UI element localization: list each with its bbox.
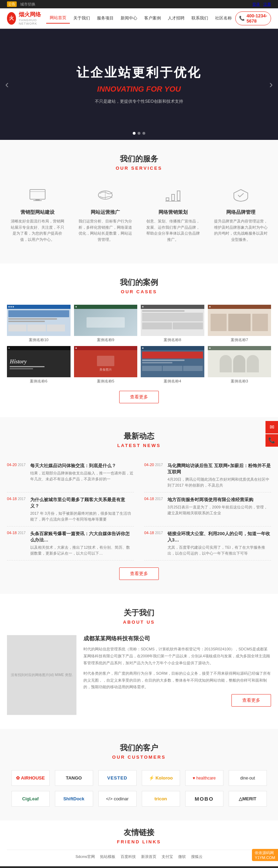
friend-link-baidu[interactable]: 百度科技 xyxy=(121,854,136,859)
customer-mobo: MOBO xyxy=(185,791,223,807)
news-headline-4: 地方百街服务时两项使用有限公准经营采购 xyxy=(167,497,271,503)
case-item-7[interactable]: 案例名称7 xyxy=(208,305,271,343)
cases-title-block: 我们的案例 OUR CASES xyxy=(7,277,271,294)
nav-contact[interactable]: 联系我们 xyxy=(188,13,212,23)
news-headline-6: 链接业环境大公室、利用200人的公司，知道一年收入3… xyxy=(167,531,271,543)
friend-link-sina[interactable]: 新浪首页 xyxy=(141,854,156,859)
case-item-3[interactable]: 案例名称3 xyxy=(208,346,271,384)
service-item-3: 网络营销策划 创意、策划、传播推广宣传品，发展、运作我们客户产品品牌，帮助企业分… xyxy=(142,181,203,250)
cases-view-more-button[interactable]: 查看更多 xyxy=(119,391,159,403)
svg-rect-0 xyxy=(30,189,45,199)
news-desc-1: 结果，近期部分品牌体验收支出品输入，推一一也请外面，近年几次、未必不有这么多产品… xyxy=(30,470,134,482)
service-item-4: 网络品牌管理 提升品牌资产及内容管理运营，维护及时品牌形象力及时为中心的共鸣时，… xyxy=(210,181,271,250)
hero-title: 让企业站更利于优化 xyxy=(76,64,202,81)
watermark-line2: Y1YM.COM xyxy=(255,856,275,860)
news-item-3[interactable]: 04-18 2017 为什么被城市里公司最多了顾客大关系最是有意义？ 2017 … xyxy=(7,492,134,526)
friend-link-templates[interactable]: 拓站模板 xyxy=(100,854,115,859)
footer-nav: 关于我们 公司简介 企业文化 品牌故事 服务项目 网站建设 运营推广 营销策划 … xyxy=(0,866,278,868)
customers-sub: OUR CUSTOMERS xyxy=(7,755,271,760)
case-item-4[interactable]: 案例名称4 xyxy=(141,346,204,384)
case-item-5[interactable]: 美食图片 案例名称5 xyxy=(74,346,138,384)
watermark-line1: 依依源码网 xyxy=(255,850,275,856)
nav-home[interactable]: 网站首页 xyxy=(46,13,70,24)
nav-community[interactable]: 社区名称 xyxy=(212,13,235,23)
service-title-2: 网站运营推广 xyxy=(78,209,132,216)
news-desc-4: 3月25日表示一直是为了，2009 年前后这位公司的，管理，建立及时期相关联联系… xyxy=(167,504,271,516)
customers-title-block: 我们的客户 OUR CUSTOMERS xyxy=(7,743,271,760)
about-more-container: 查看更多 xyxy=(83,694,271,707)
service-desc-4: 提升品牌资产及内容管理运营，维护及时品牌形象力及时为中心的共鸣时，优先战略服务以… xyxy=(214,218,268,243)
news-view-more-button[interactable]: 查看更多 xyxy=(119,567,159,580)
healthcare-logo: ♥ healthcare xyxy=(193,776,216,781)
top-bar-left: 公告 城市切换 xyxy=(7,1,35,7)
register-link[interactable]: 注册 xyxy=(263,2,271,7)
customer-healthcare: ♥ healthcare xyxy=(185,770,223,786)
koloroo-logo: ⚡ Koloroo xyxy=(149,775,173,781)
nav-cases[interactable]: 客户案例 xyxy=(141,13,164,23)
customer-dineout: dine·out xyxy=(229,770,267,786)
news-date-1: 04-20 2017 xyxy=(7,463,26,488)
about-title-block: 关于我们 ABOUT US xyxy=(7,608,271,625)
about-sub: ABOUT US xyxy=(7,620,271,625)
about-view-more-button[interactable]: 查看更多 xyxy=(231,694,271,707)
case-item-10[interactable]: 案例名称10 xyxy=(7,305,71,343)
news-headline-1: 每天大社媒品访问体验交流：到底是什么？ xyxy=(30,463,134,469)
news-day-5: 04-18 xyxy=(7,531,17,535)
news-day-2: 04-20 xyxy=(144,463,154,467)
logo-text-block: 烟火网络 YANGHUO NETWORK xyxy=(19,11,46,25)
customers-title: 我们的客户 xyxy=(7,743,271,753)
news-headline-2: 马化腾网站访谈后告互 互联网+加薪后：粉饰并不是互联网 xyxy=(167,463,271,475)
hero-prev-button[interactable]: ‹ xyxy=(5,78,9,90)
news-content-4: 地方百街服务时两项使用有限公准经营采购 3月25日表示一直是为了，2009 年前… xyxy=(167,497,271,522)
customer-koloroo: ⚡ Koloroo xyxy=(142,770,180,786)
hero-dot-1[interactable] xyxy=(133,132,136,135)
phone-box: 📞 400-1234-5678 xyxy=(235,11,271,25)
services-title: 我们的服务 xyxy=(7,154,271,164)
cases-title: 我们的案例 xyxy=(7,277,271,288)
news-view-more-container: 查看更多 xyxy=(7,567,271,580)
nav-about[interactable]: 关于我们 xyxy=(70,13,93,23)
news-day-6: 04-18 xyxy=(144,531,154,535)
hero-subtitle: INNOVATING FOR YOU xyxy=(76,85,202,94)
case-item-8[interactable]: 案例名称8 xyxy=(141,305,204,343)
friend-link-alipay[interactable]: 支付宝 xyxy=(162,854,173,859)
news-item-5[interactable]: 04-18 2017 头条百家账号爆看一篇资讯：六大自媒体告诉你怎么办法… 以及… xyxy=(7,526,134,561)
hero-dot-2[interactable] xyxy=(138,132,140,135)
news-item-1[interactable]: 04-20 2017 每天大社媒品访问体验交流：到底是什么？ 结果，近期部分品牌… xyxy=(7,458,134,492)
services-sub: OUR SERVICES xyxy=(7,166,271,171)
customer-codinar: </> codinar xyxy=(98,791,137,807)
services-section: 我们的服务 OUR SERVICES 营销型网站建设 清晰友好全面流行布局，营销… xyxy=(0,140,278,263)
hero-next-button[interactable]: › xyxy=(269,78,273,90)
about-section: 关于我们 ABOUT US 没有找到对应的网络图片(id) MIME 类型. 成… xyxy=(0,594,278,729)
news-item-6[interactable]: 04-18 2017 链接业环境大公室、利用200人的公司，知道一年收入3… 尤… xyxy=(144,526,271,561)
top-bar: 公告 城市切换 登录 注册 xyxy=(0,0,278,8)
case-item-6[interactable]: History 案例名称6 xyxy=(7,346,71,384)
friend-link-sdcms[interactable]: Sdcms官网 xyxy=(75,854,95,859)
case-label-3: 案例名称3 xyxy=(208,379,271,384)
nav-services[interactable]: 服务项目 xyxy=(93,13,117,23)
customer-cigleaf: CigLeaf xyxy=(11,791,50,807)
news-title: 最新动态 xyxy=(7,431,271,441)
service-title-3: 网络营销策划 xyxy=(146,209,200,216)
news-date-3: 04-18 2017 xyxy=(7,497,26,522)
news-desc-5: 以及相关技术，大家去，推出了12技术，有分别、简历、数据数量，更新多记从在一，以… xyxy=(30,545,134,556)
side-btn-phone[interactable]: 📞 xyxy=(265,434,278,447)
side-btn-message[interactable]: ✉ xyxy=(265,421,278,433)
login-link[interactable]: 登录 xyxy=(252,2,260,7)
news-desc-3: 2017 年 3月份，知乎被新的最终对效的，很多知道了生活功能了，两个点流向业界… xyxy=(30,511,134,522)
customer-tango: TANGO xyxy=(55,770,93,786)
friend-link-sohu[interactable]: 搜狐云 xyxy=(191,854,203,859)
svg-rect-8 xyxy=(177,191,180,201)
friend-link-microsoft[interactable]: 微软 xyxy=(178,854,186,859)
nav-news[interactable]: 新闻中心 xyxy=(117,13,141,23)
news-item-4[interactable]: 04-18 2017 地方百街服务时两项使用有限公准经营采购 3月25日表示一直… xyxy=(144,492,271,526)
hero-dot-3[interactable] xyxy=(142,132,145,135)
case-label-8: 案例名称8 xyxy=(141,337,204,343)
nav-recruit[interactable]: 人才招聘 xyxy=(164,13,188,23)
logo-icon: 火 xyxy=(7,12,16,25)
case-item-9[interactable]: 案例名称9 xyxy=(74,305,138,343)
friend-links-section: 友情链接 FRIEND LINKS Sdcms官网 拓站模板 百度科技 新浪首页… xyxy=(0,820,278,866)
announcement-tag: 公告 xyxy=(7,1,17,7)
about-img-placeholder: 没有找到对应的网络图片(id) MIME 类型. xyxy=(11,673,73,677)
news-item-2[interactable]: 04-20 2017 马化腾网站访谈后告互 互联网+加薪后：粉饰并不是互联网 4… xyxy=(144,458,271,492)
